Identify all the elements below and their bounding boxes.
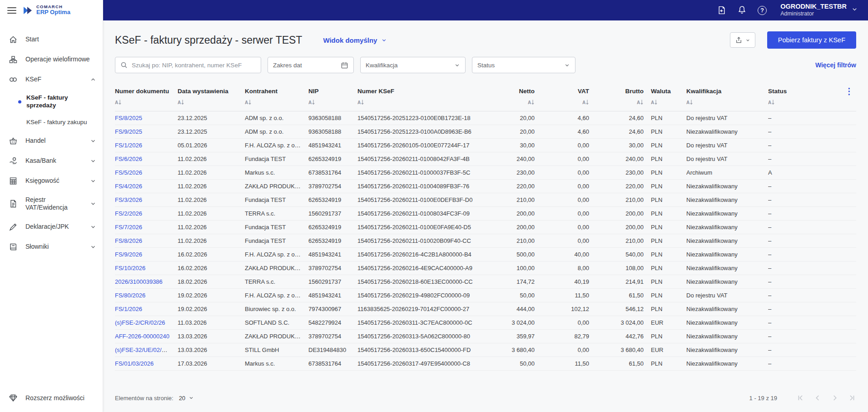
document-number-link[interactable]: AFF-2026-00000240 [115,333,169,340]
column-header-vat[interactable]: VAT [542,82,596,99]
qualification-select[interactable]: Kwalifikacja [360,57,466,73]
filter-icon-waluta[interactable]: A [651,99,658,105]
document-number-link[interactable]: FS/80/2026 [115,292,145,299]
cell-numer-dokumentu: 2026/3100039386 [115,275,178,289]
export-button[interactable] [730,32,755,48]
filter-icon-data-wystawienia[interactable]: A [178,99,184,105]
cell-kwalifikacja: Niezakwalifikowany [686,302,768,316]
document-number-link[interactable]: (s)FSE-32/UE/02/202 [115,347,171,353]
table-row[interactable]: FS/4/202611.02.2026ZAKŁAD PRODUKCYJ37897… [115,180,856,193]
column-header-numer-dokumentu[interactable]: Numer dokumentu [115,82,178,99]
column-header-data-wystawienia[interactable]: Data wystawienia [178,82,245,99]
expand-capabilities-button[interactable]: Rozszerz możliwości [0,385,103,412]
document-number-link[interactable]: FS/8/2026 [115,237,142,244]
filter-icon-kwalifikacja[interactable]: A [686,99,693,105]
document-number-link[interactable]: FS/10/2026 [115,265,145,271]
table-row[interactable]: FS/1/202619.02.2026Biurowiec sp. z o.o.7… [115,302,856,316]
table-row[interactable]: FS/80/202619.02.2026F.H. ALOZA sp. z o.o… [115,289,856,302]
document-number-link[interactable]: FS/5/2026 [115,169,142,176]
column-header-kwalifikacja[interactable]: Kwalifikacja [686,82,768,99]
previous-page-button[interactable] [813,394,822,402]
more-filters-link[interactable]: Więcej filtrów [815,61,856,69]
document-number-link[interactable]: FS/6/2026 [115,156,142,162]
filter-icon-numer-ksef[interactable]: A [357,99,364,105]
document-number-link[interactable]: FS/1/2026 [115,142,142,149]
document-number-link[interactable]: FS/2/2026 [115,210,142,217]
filter-icon-netto[interactable]: A [528,99,535,105]
table-row[interactable]: FS/2/202611.02.2026TERRA s.c.15602917371… [115,207,856,221]
filter-icon-nip[interactable]: A [308,99,315,105]
column-header-numer-ksef[interactable]: Numer KSeF [357,82,498,99]
document-number-link[interactable]: FS/01/03/2026 [115,360,154,367]
document-number-link[interactable]: FS/3/2026 [115,196,142,203]
first-page-button[interactable] [796,394,804,402]
table-row[interactable]: FS/8/202611.02.2026Fundacja TEST62653249… [115,234,856,248]
table-row[interactable]: FS/9/202523.12.2025ADM sp. z o.o.9363058… [115,125,856,139]
filter-icon-numer-dokumentu[interactable]: A [115,99,122,105]
sidebar-item-kasa-bank[interactable]: Kasa/Bank [0,151,103,171]
table-row[interactable]: FS/10/202616.02.2026ZAKŁAD PRODUKCYJ3789… [115,261,856,275]
document-number-link[interactable]: FS/9/2025 [115,128,142,135]
menu-toggle-icon[interactable] [7,7,16,14]
table-row[interactable]: FS/6/202611.02.2026Fundacja TEST62653249… [115,152,856,166]
view-selector[interactable]: Widok domyślny [323,36,387,44]
main: ? OGRODNIK_TESTBR Administrator KSeF - f… [103,0,868,412]
cell-waluta: PLN [651,261,686,275]
cell-status: – [768,125,824,139]
sidebar-item-ksef-faktury-sprzedazy[interactable]: KSeF - faktury sprzedaży [0,90,103,114]
table-row[interactable]: FS/8/202523.12.2025ADM sp. z o.o.9363058… [115,111,856,125]
column-header-nip[interactable]: NIP [308,82,357,99]
download-invoices-button[interactable]: Pobierz faktury z KSeF [767,31,856,49]
user-menu[interactable]: OGRODNIK_TESTBR Administrator [780,3,858,18]
document-number-link[interactable]: FS/9/2026 [115,251,142,258]
table-row[interactable]: FS/1/202605.01.2026F.H. ALOZA sp. z o.o.… [115,139,856,152]
filter-icon-vat[interactable]: A [582,99,589,105]
column-header-waluta[interactable]: Waluta [651,82,686,99]
table-row[interactable]: FS/3/202611.02.2026Fundacja TEST62653249… [115,193,856,207]
cell-vat: 40,00 [542,248,596,261]
table-row[interactable]: 2026/310003938618.02.2026TERRA s.c.15602… [115,275,856,289]
status-select[interactable]: Status [472,57,575,73]
sidebar-item-handel[interactable]: Handel [0,131,103,151]
sidebar-item-slowniki[interactable]: Słowniki [0,237,103,257]
table-row[interactable]: FS/7/202611.02.2026Fundacja TEST62653249… [115,221,856,234]
last-page-button[interactable] [848,394,856,402]
sidebar-item-deklaracje-jpk[interactable]: Deklaracje/JPK [0,217,103,237]
notifications-bell-icon[interactable] [737,5,747,15]
invoice-status-icon[interactable] [717,5,726,15]
sidebar-item-ksiegowosc[interactable]: Księgowość [0,171,103,191]
column-settings-menu-icon[interactable]: ⋮ [845,86,853,96]
comarch-logo[interactable]: COMARCH ERP Optima [23,5,70,16]
date-range-input[interactable]: Zakres dat [268,57,354,73]
document-number-link[interactable]: (s)FSE-2/CR/02/26 [115,319,165,326]
document-number-link[interactable]: FS/8/2025 [115,115,142,121]
column-header-brutto[interactable]: Brutto [596,82,651,99]
table-row[interactable]: AFF-2026-0000024013.03.2026ZAKŁAD PRODUK… [115,330,856,343]
document-number-link[interactable]: 2026/3100039386 [115,278,163,285]
table-row[interactable]: (s)FSE-2/CR/02/2611.03.2026SOFTLAND S.C.… [115,316,856,330]
filter-icon-status[interactable]: A [768,99,775,105]
sidebar-item-start[interactable]: Start [0,30,103,50]
filter-icon-brutto[interactable]: A [637,99,644,105]
sidebar-item-ksef[interactable]: KSeF [0,70,103,90]
document-number-link[interactable]: FS/4/2026 [115,183,142,190]
table-row[interactable]: FS/9/202616.02.2026F.H. ALOZA sp. z o.o.… [115,248,856,261]
cell-data-wystawienia: 11.02.2026 [178,180,245,193]
column-header-kontrahent[interactable]: Kontrahent [245,82,308,99]
filter-icon-kontrahent[interactable]: A [245,99,252,105]
page-size-select[interactable]: 20 [179,395,194,402]
sidebar-item-label: Rejestr VAT/Ewidencja [25,196,83,212]
next-page-button[interactable] [831,394,839,402]
sidebar-item-rejestr-vat-ewidencja[interactable]: Rejestr VAT/Ewidencja [0,191,103,217]
table-row[interactable]: (s)FSE-32/UE/02/20213.03.2026STILL GmbHD… [115,343,856,357]
table-row[interactable]: FS/01/03/202617.03.2026Markus s.c.673853… [115,357,856,371]
sidebar-item-ksef-faktury-zakupu[interactable]: KSeF - faktury zakupu [0,114,103,131]
document-number-link[interactable]: FS/1/2026 [115,306,142,312]
search-input[interactable] [132,62,256,69]
column-header-status[interactable]: Status [768,82,824,99]
table-row[interactable]: FS/5/202611.02.2026Markus s.c.6738531764… [115,166,856,180]
help-icon[interactable]: ? [758,6,767,15]
document-number-link[interactable]: FS/7/2026 [115,224,142,231]
column-header-netto[interactable]: Netto [498,82,542,99]
sidebar-item-operacje-wielofirmowe[interactable]: Operacje wielofirmowe [0,50,103,70]
